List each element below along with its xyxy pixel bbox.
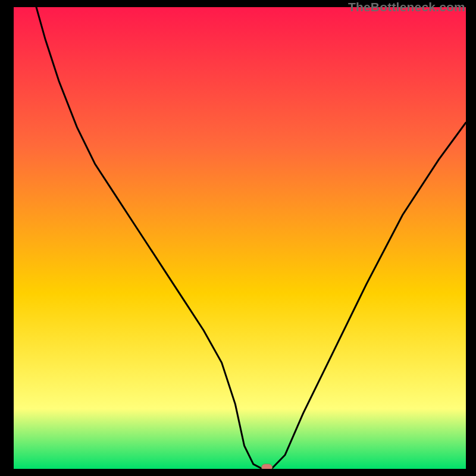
bottleneck-chart [14,7,466,469]
chart-frame: { "watermark": "TheBottleneck.com", "col… [0,0,476,476]
min-marker [262,464,273,469]
watermark-label: TheBottleneck.com [348,0,465,14]
gradient-bg [14,7,466,469]
